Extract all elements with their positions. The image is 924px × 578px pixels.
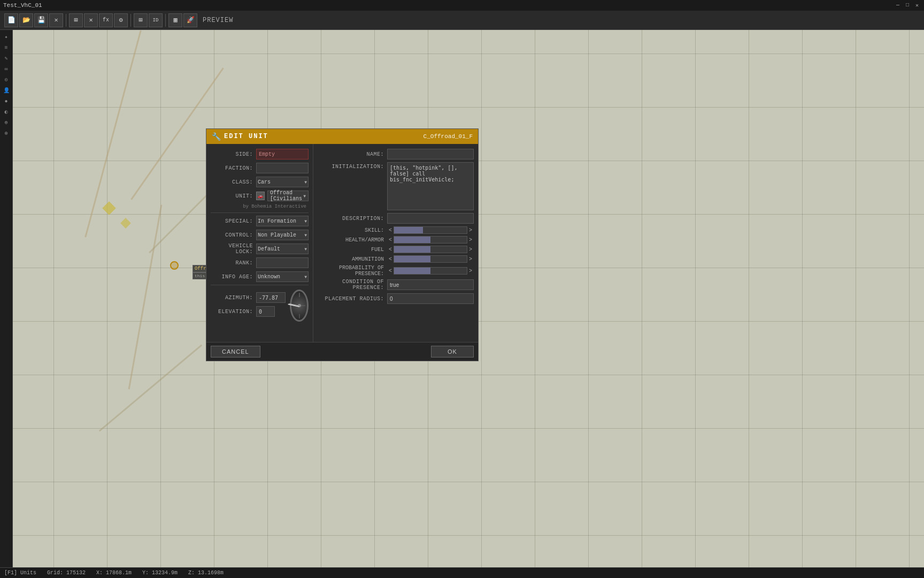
ammo-less-btn[interactable]: < bbox=[387, 256, 394, 262]
ok-button[interactable]: OK bbox=[431, 346, 474, 358]
steam-button[interactable]: 🚀 bbox=[183, 13, 197, 27]
ammo-track[interactable] bbox=[394, 255, 467, 263]
unit-arrow: ▼ bbox=[303, 194, 306, 199]
class-select[interactable]: Cars ▼ bbox=[256, 177, 309, 187]
vehicle-lock-row: VEHICLE LOCK: Default ▼ bbox=[211, 243, 309, 255]
skill-more-btn[interactable]: > bbox=[467, 227, 474, 233]
minimize-button[interactable]: — bbox=[894, 2, 902, 9]
name-input[interactable] bbox=[387, 149, 474, 159]
window-controls[interactable]: — □ ✕ bbox=[894, 2, 921, 9]
map-icon bbox=[120, 218, 131, 229]
prob-label: PROBABILITY OF PRESENCE: bbox=[318, 265, 387, 277]
dialog-title: EDIT UNIT bbox=[224, 133, 268, 140]
description-input[interactable] bbox=[387, 213, 474, 224]
unit-label: UNIT: bbox=[211, 193, 256, 199]
health-track[interactable] bbox=[394, 236, 467, 244]
unit-marker bbox=[170, 261, 179, 270]
sidebar-dot[interactable]: ● bbox=[2, 96, 11, 106]
title-bar: Test_VhC_01 — □ ✕ bbox=[0, 0, 924, 11]
rank-value[interactable] bbox=[256, 257, 309, 268]
class-arrow: ▼ bbox=[304, 180, 307, 185]
ammo-more-btn[interactable]: > bbox=[467, 256, 474, 262]
fuel-less-btn[interactable]: < bbox=[387, 247, 394, 253]
ammo-fill bbox=[394, 256, 430, 262]
sidebar-person[interactable]: 👤 bbox=[2, 86, 11, 95]
fuel-track[interactable] bbox=[394, 246, 467, 253]
skill-row: SKILL: < > bbox=[318, 226, 474, 234]
status-z: Z: 13.1698m bbox=[188, 570, 224, 576]
sidebar-edit[interactable]: ✎ bbox=[2, 54, 11, 63]
control-arrow: ▼ bbox=[304, 233, 307, 238]
id-button[interactable]: ID bbox=[149, 13, 163, 27]
control-select[interactable]: Non Playable ▼ bbox=[256, 230, 309, 240]
sidebar-circle[interactable]: ⊙ bbox=[2, 75, 11, 85]
cancel-button[interactable]: CANCEL bbox=[211, 346, 260, 358]
side-value[interactable]: Empty bbox=[256, 149, 309, 159]
skill-fill bbox=[394, 227, 423, 233]
compass-inputs: AZIMUTH: ELEVATION: bbox=[211, 292, 286, 320]
by-text: by Bohemia Interactive bbox=[211, 204, 309, 209]
sidebar-link[interactable]: ∞ bbox=[2, 64, 11, 74]
placement-label: PLACEMENT RADIUS: bbox=[318, 296, 387, 302]
unit-row: UNIT: 🚗 Offroad [Civilians ▼ bbox=[211, 190, 309, 202]
separator2 bbox=[211, 285, 309, 285]
fuel-row: FUEL < > bbox=[318, 246, 474, 253]
info-age-value: Unknown bbox=[258, 274, 280, 280]
fuel-more-btn[interactable]: > bbox=[467, 247, 474, 253]
copy-button[interactable]: ⊞ bbox=[69, 13, 83, 27]
vehicle-lock-select[interactable]: Default ▼ bbox=[256, 244, 309, 254]
layer-button[interactable]: ▦ bbox=[168, 13, 182, 27]
azimuth-input[interactable] bbox=[256, 292, 286, 303]
grid-button[interactable]: ⊞ bbox=[134, 13, 148, 27]
health-less-btn[interactable]: < bbox=[387, 237, 394, 243]
unit-name-select[interactable]: Offroad [Civilians ▼ bbox=[267, 191, 309, 201]
elevation-input[interactable] bbox=[256, 306, 275, 317]
description-label: DESCRIPTION: bbox=[318, 216, 387, 222]
map-icon bbox=[102, 201, 116, 215]
delete-button[interactable]: ✕ bbox=[84, 13, 98, 27]
sidebar-plus[interactable]: ⊕ bbox=[2, 118, 11, 127]
condition-row: CONDITION OF PRESENCE: bbox=[318, 279, 474, 291]
prob-less-btn[interactable]: < bbox=[387, 268, 394, 274]
maximize-button[interactable]: □ bbox=[904, 2, 911, 9]
close-file-button[interactable]: ✕ bbox=[49, 13, 63, 27]
sidebar-half[interactable]: ◐ bbox=[2, 107, 11, 117]
info-age-select[interactable]: Unknown ▼ bbox=[256, 271, 309, 282]
status-grid: Grid: 175132 bbox=[47, 570, 86, 576]
prob-fill bbox=[394, 268, 430, 274]
settings-button[interactable]: ⚙ bbox=[114, 13, 128, 27]
prob-more-btn[interactable]: > bbox=[467, 268, 474, 274]
skill-label: SKILL: bbox=[318, 227, 387, 233]
condition-input[interactable] bbox=[387, 279, 474, 290]
health-more-btn[interactable]: > bbox=[467, 237, 474, 243]
sidebar-cross[interactable]: ⊗ bbox=[2, 128, 11, 138]
sidebar-group[interactable]: ≡ bbox=[2, 43, 11, 52]
side-row: SIDE: Empty bbox=[211, 148, 309, 160]
ammo-label: AMMUNITION bbox=[318, 256, 387, 262]
faction-value[interactable] bbox=[256, 163, 309, 173]
control-value: Non Playable bbox=[258, 232, 296, 238]
prob-track[interactable] bbox=[394, 267, 467, 275]
skill-less-btn[interactable]: < bbox=[387, 227, 394, 233]
unit-name-value: Offroad [Civilians bbox=[270, 190, 303, 202]
save-button[interactable]: 💾 bbox=[34, 13, 48, 27]
new-button[interactable]: 📄 bbox=[4, 13, 18, 27]
edit-unit-dialog[interactable]: 🔧 EDIT UNIT C_Offroad_01_F SIDE: Empty F… bbox=[206, 128, 479, 361]
info-age-arrow: ▼ bbox=[304, 275, 307, 279]
formula-button[interactable]: fx bbox=[99, 13, 113, 27]
compass-section: AZIMUTH: ELEVATION: bbox=[211, 290, 309, 322]
init-textarea[interactable]: [this, "hotpink", [], false] call bis_fn… bbox=[387, 162, 474, 210]
open-button[interactable]: 📂 bbox=[19, 13, 33, 27]
separator bbox=[211, 212, 309, 213]
name-row: NAME: bbox=[318, 148, 474, 160]
close-button[interactable]: ✕ bbox=[913, 2, 921, 9]
fuel-fill bbox=[394, 246, 430, 253]
skill-track[interactable] bbox=[394, 226, 467, 234]
special-select[interactable]: In Formation ▼ bbox=[256, 216, 309, 226]
name-label: NAME: bbox=[318, 151, 387, 157]
sidebar-select[interactable]: ✦ bbox=[2, 32, 11, 42]
placement-input[interactable] bbox=[387, 293, 474, 304]
compass-dial[interactable] bbox=[290, 290, 309, 322]
special-row: SPECIAL: In Formation ▼ bbox=[211, 215, 309, 227]
health-label: HEALTH/ARMOR bbox=[318, 237, 387, 243]
